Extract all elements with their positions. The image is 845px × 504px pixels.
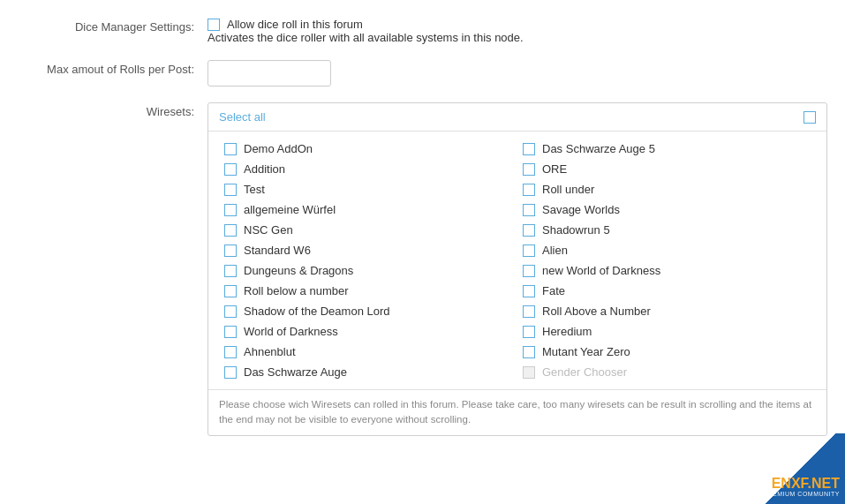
wireset-checkbox-alien[interactable] [523,244,535,257]
max-rolls-content: + − [207,60,827,87]
wireset-item-shadow-deamon-lord: Shadow of the Deamon Lord [219,301,517,321]
max-rolls-input-group: + − [207,60,331,87]
wireset-item-addition: Addition [219,159,517,179]
wireset-label-dungeuns-dragons: Dungeuns & Dragons [244,264,353,277]
wireset-label-shadowrun-5: Shadowrun 5 [542,223,610,237]
dice-manager-content: Allow dice roll in this forum Activates … [207,18,827,44]
wireset-label-roll-under: Roll under [542,183,594,196]
wireset-checkbox-standard-w6[interactable] [224,244,237,257]
wireset-item-roll-below-number: Roll below a number [219,281,517,301]
wireset-checkbox-allgemeine-wurfel[interactable] [224,204,237,216]
wireset-item-das-schwarze-auge-5: Das Schwarze Auge 5 [517,139,816,159]
wireset-label-fate: Fate [542,284,565,297]
wireset-item-roll-above-number: Roll Above a Number [517,301,816,321]
wireset-label-das-schwarze-auge: Das Schwarze Auge [244,365,347,379]
wiresets-footer: Please choose wich Wiresets can rolled i… [208,389,826,435]
wireset-item-alien: Alien [517,240,816,260]
wireset-item-shadowrun-5: Shadowrun 5 [517,220,816,240]
max-rolls-input[interactable] [208,64,331,84]
wireset-label-standard-w6: Standard W6 [244,244,311,257]
wireset-label-shadow-deamon-lord: Shadow of the Deamon Lord [244,305,390,318]
wireset-item-dungeuns-dragons: Dungeuns & Dragons [219,260,517,281]
wireset-label-roll-below-number: Roll below a number [244,284,349,297]
wireset-label-alien: Alien [542,244,568,257]
wireset-item-roll-under: Roll under [517,179,816,199]
dice-manager-label: Dice Manager Settings: [18,18,207,34]
wireset-label-test: Test [244,183,265,196]
wireset-checkbox-demo-addon[interactable] [224,143,237,155]
wireset-item-mutant-year-zero: Mutant Year Zero [517,342,816,362]
wireset-label-demo-addon: Demo AddOn [244,142,313,155]
wireset-item-gender-chooser: Gender Chooser [517,362,816,382]
wireset-checkbox-fate[interactable] [523,285,535,297]
wireset-checkbox-roll-above-number[interactable] [523,305,535,318]
allow-dice-row: Allow dice roll in this forum [207,18,827,31]
allow-dice-checkbox[interactable] [207,19,220,31]
select-all-label: Select all [219,110,266,124]
wireset-label-savage-worlds: Savage Worlds [542,203,620,216]
wireset-checkbox-ahnenblut[interactable] [224,346,237,358]
wireset-checkbox-dungeuns-dragons[interactable] [224,265,237,277]
wireset-item-savage-worlds: Savage Worlds [517,199,816,220]
wireset-checkbox-shadow-deamon-lord[interactable] [224,305,237,318]
select-all-checkbox[interactable] [804,111,816,124]
wireset-item-heredium: Heredium [517,321,816,342]
wireset-label-allgemeine-wurfel: allgemeine Würfel [244,203,336,216]
wiresets-grid: Demo AddOn Das Schwarze Auge 5 Addition … [208,132,826,389]
wireset-checkbox-das-schwarze-auge-5[interactable] [523,143,535,155]
wireset-label-mutant-year-zero: Mutant Year Zero [542,345,630,358]
wireset-item-new-world-of-darkness: new World of Darkness [517,260,816,281]
wireset-checkbox-ore[interactable] [523,163,535,176]
wireset-item-ahnenblut: Ahnenblut [219,342,517,362]
wireset-item-standard-w6: Standard W6 [219,240,517,260]
wireset-checkbox-das-schwarze-auge[interactable] [224,366,237,379]
wireset-checkbox-gender-chooser [523,366,535,379]
wireset-checkbox-roll-below-number[interactable] [224,285,237,297]
wireset-label-das-schwarze-auge-5: Das Schwarze Auge 5 [542,142,655,155]
dice-manager-row: Dice Manager Settings: Allow dice roll i… [0,18,845,44]
wiresets-row: Wiresets: Select all Demo AddOn [0,102,845,436]
wireset-checkbox-roll-under[interactable] [523,184,535,196]
wireset-checkbox-test[interactable] [224,184,237,196]
wireset-checkbox-shadowrun-5[interactable] [523,224,535,237]
wireset-label-gender-chooser: Gender Chooser [542,365,627,379]
wiresets-footer-text: Please choose wich Wiresets can rolled i… [219,399,811,425]
wireset-label-ahnenblut: Ahnenblut [244,345,296,358]
wireset-label-new-world-of-darkness: new World of Darkness [542,264,660,277]
watermark-brand: ENXF.NET [763,477,840,491]
wiresets-box: Select all Demo AddOn Das Schwarze Auge … [207,102,827,436]
wireset-item-das-schwarze-auge: Das Schwarze Auge [219,362,517,382]
watermark-sub: PREMIUM COMMUNITY [763,491,840,497]
wiresets-label: Wiresets: [18,102,207,118]
wireset-item-test: Test [219,179,517,199]
wireset-label-ore: ORE [542,162,567,176]
wireset-item-fate: Fate [517,281,816,301]
wireset-label-addition: Addition [244,162,285,176]
allow-dice-label: Allow dice roll in this forum [227,18,363,31]
wireset-label-heredium: Heredium [542,325,592,338]
wireset-item-ore: ORE [517,159,816,179]
page-container: Dice Manager Settings: Allow dice roll i… [0,0,845,504]
wireset-checkbox-savage-worlds[interactable] [523,204,535,216]
wireset-item-nsc-gen: NSC Gen [219,220,517,240]
max-rolls-row: Max amout of Rolls per Post: + − [0,60,845,87]
select-all-row[interactable]: Select all [208,103,826,132]
wireset-checkbox-world-of-darkness[interactable] [224,326,237,338]
wireset-label-world-of-darkness: World of Darkness [244,325,338,338]
max-rolls-label: Max amout of Rolls per Post: [18,60,207,76]
watermark-badge: ENXF.NET PREMIUM COMMUNITY [757,433,845,504]
allow-dice-desc: Activates the dice roller with all avail… [207,31,524,44]
wireset-checkbox-addition[interactable] [224,163,237,176]
wireset-item-allgemeine-wurfel: allgemeine Würfel [219,199,517,220]
wiresets-content: Select all Demo AddOn Das Schwarze Auge … [207,102,827,436]
watermark-inner: ENXF.NET PREMIUM COMMUNITY [763,477,840,497]
wireset-checkbox-nsc-gen[interactable] [224,224,237,237]
wireset-item-world-of-darkness: World of Darkness [219,321,517,342]
wireset-label-nsc-gen: NSC Gen [244,223,293,237]
wireset-item-demo-addon: Demo AddOn [219,139,517,159]
wireset-checkbox-mutant-year-zero[interactable] [523,346,535,358]
wireset-checkbox-heredium[interactable] [523,326,535,338]
wireset-label-roll-above-number: Roll Above a Number [542,305,651,318]
wireset-checkbox-new-world-of-darkness[interactable] [523,265,535,277]
